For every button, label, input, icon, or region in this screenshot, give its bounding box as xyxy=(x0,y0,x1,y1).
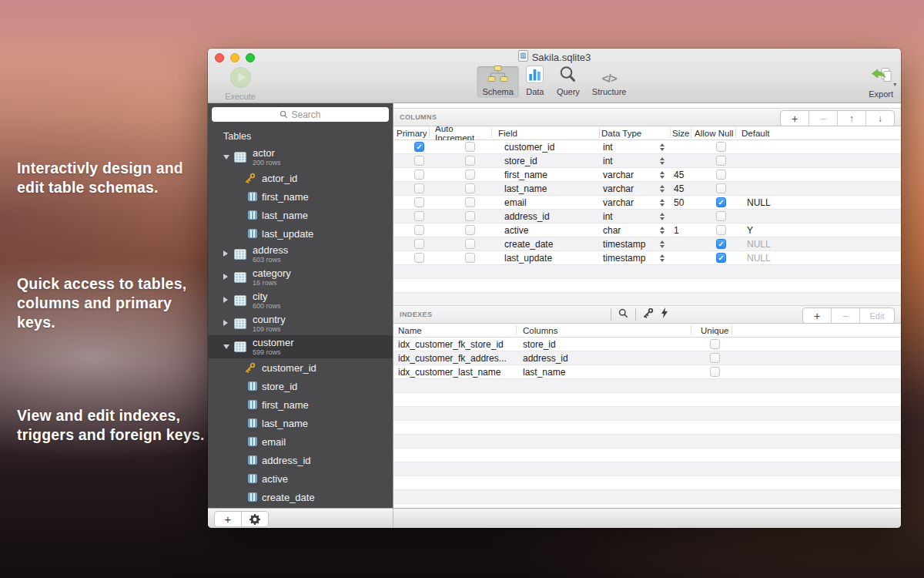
sidebar-table-customer[interactable]: customer599 rows xyxy=(208,335,393,358)
data-type-stepper[interactable] xyxy=(660,199,665,207)
column-row-last_update[interactable]: last_updatetimestamp✓NULL xyxy=(393,251,901,265)
add-table-button[interactable]: + xyxy=(215,512,241,526)
edit-index-button[interactable]: Edit xyxy=(859,308,894,323)
primary-checkbox[interactable] xyxy=(414,253,424,263)
data-type-stepper[interactable] xyxy=(660,227,665,234)
zoom-button[interactable] xyxy=(246,53,255,62)
data-type-stepper[interactable] xyxy=(660,171,665,179)
execute-button[interactable]: Execute xyxy=(217,66,263,101)
tab-schema[interactable]: Schema xyxy=(477,66,519,98)
data-type-stepper[interactable] xyxy=(660,143,665,151)
column-row-address_id[interactable]: address_idint xyxy=(393,210,901,223)
default-cell[interactable] xyxy=(736,140,901,153)
sidebar-table-category[interactable]: category16 rows xyxy=(208,266,393,289)
column-row-store_id[interactable]: store_idint xyxy=(393,154,901,168)
tab-data[interactable]: Data xyxy=(521,66,550,98)
allow-null-checkbox[interactable] xyxy=(716,156,726,166)
primary-checkbox[interactable] xyxy=(414,183,424,193)
default-cell[interactable]: Y xyxy=(736,223,901,237)
primary-checkbox[interactable] xyxy=(414,156,424,166)
unique-checkbox[interactable] xyxy=(710,339,720,349)
auto-increment-checkbox[interactable] xyxy=(465,253,475,263)
auto-increment-checkbox[interactable] xyxy=(465,170,475,180)
allow-null-checkbox[interactable]: ✓ xyxy=(716,197,726,207)
size-cell[interactable]: 45 xyxy=(671,182,691,195)
allow-null-checkbox[interactable] xyxy=(716,142,726,152)
data-type-stepper[interactable] xyxy=(660,254,665,262)
auto-increment-checkbox[interactable] xyxy=(465,142,475,152)
data-type-stepper[interactable] xyxy=(660,240,665,248)
data-type-stepper[interactable] xyxy=(660,157,665,165)
auto-increment-checkbox[interactable] xyxy=(465,156,475,166)
column-row-first_name[interactable]: first_namevarchar45 xyxy=(393,168,901,182)
size-cell[interactable] xyxy=(671,237,691,250)
size-cell[interactable]: 1 xyxy=(671,223,691,237)
auto-increment-checkbox[interactable] xyxy=(465,197,475,207)
allow-null-checkbox[interactable]: ✓ xyxy=(716,239,726,249)
auto-increment-checkbox[interactable] xyxy=(465,183,475,193)
sidebar-table-country[interactable]: country109 rows xyxy=(208,312,393,335)
data-type-cell[interactable]: int xyxy=(600,210,671,223)
default-cell[interactable] xyxy=(736,168,901,181)
index-row-3[interactable]: idx_customer_last_namelast_name xyxy=(393,365,901,379)
allow-null-checkbox[interactable] xyxy=(716,225,726,235)
data-type-cell[interactable]: int xyxy=(600,154,671,167)
indexes-search-icon[interactable] xyxy=(618,307,628,321)
data-type-cell[interactable]: varchar xyxy=(600,168,671,181)
move-column-down-button[interactable]: ↓ xyxy=(865,111,894,126)
search-input[interactable]: Search xyxy=(212,107,389,122)
auto-increment-checkbox[interactable] xyxy=(465,225,475,235)
unique-checkbox[interactable] xyxy=(710,353,720,363)
sidebar-column-last_name[interactable]: last_name xyxy=(208,206,393,224)
chevron-right-icon[interactable] xyxy=(223,320,228,326)
allow-null-checkbox[interactable] xyxy=(716,183,726,193)
sidebar-column-first_name[interactable]: first_name xyxy=(208,395,393,414)
primary-checkbox[interactable] xyxy=(414,170,424,180)
data-type-cell[interactable]: varchar xyxy=(600,182,671,195)
size-cell[interactable] xyxy=(671,251,691,264)
close-button[interactable] xyxy=(215,53,224,62)
allow-null-checkbox[interactable] xyxy=(716,211,726,221)
data-type-cell[interactable]: timestamp xyxy=(600,251,671,264)
default-cell[interactable]: NULL xyxy=(736,196,901,209)
auto-increment-checkbox[interactable] xyxy=(465,211,475,221)
move-column-up-button[interactable]: ↑ xyxy=(837,111,865,126)
primary-checkbox[interactable]: ✓ xyxy=(414,142,424,152)
chevron-down-icon[interactable] xyxy=(223,155,229,160)
sidebar-column-create_date[interactable]: create_date xyxy=(208,488,393,506)
size-cell[interactable] xyxy=(671,154,691,167)
gear-actions-button[interactable] xyxy=(241,512,268,526)
sidebar-column-store_id[interactable]: store_id xyxy=(208,377,393,395)
chevron-down-icon[interactable] xyxy=(223,344,229,349)
add-index-button[interactable]: + xyxy=(803,308,831,323)
tab-structure[interactable]: </> Structure xyxy=(587,66,632,98)
sidebar-column-active[interactable]: active xyxy=(208,469,393,488)
sidebar-column-last_update[interactable]: last_update xyxy=(208,224,393,243)
column-row-customer_id[interactable]: ✓customer_idint xyxy=(393,140,901,154)
default-cell[interactable]: NULL xyxy=(736,237,901,250)
size-cell[interactable] xyxy=(671,140,691,153)
minimize-button[interactable] xyxy=(230,53,239,62)
size-cell[interactable]: 45 xyxy=(671,168,691,181)
title-bar[interactable]: Sakila.sqlite3 xyxy=(208,49,901,66)
default-cell[interactable] xyxy=(736,154,901,167)
default-cell[interactable]: NULL xyxy=(736,251,901,264)
chevron-right-icon[interactable] xyxy=(223,297,228,303)
column-row-last_name[interactable]: last_namevarchar45 xyxy=(393,182,901,196)
column-row-active[interactable]: activechar1Y xyxy=(393,223,901,237)
data-type-cell[interactable]: timestamp xyxy=(600,237,671,250)
index-row-1[interactable]: idx_customer_fk_store_idstore_id xyxy=(393,338,901,351)
allow-null-checkbox[interactable]: ✓ xyxy=(716,253,726,263)
size-cell[interactable]: 50 xyxy=(671,196,691,209)
primary-checkbox[interactable] xyxy=(414,197,424,207)
sidebar-table-city[interactable]: city600 rows xyxy=(208,289,393,312)
auto-increment-checkbox[interactable] xyxy=(465,239,475,249)
data-type-cell[interactable]: int xyxy=(600,140,671,153)
primary-checkbox[interactable] xyxy=(414,225,424,235)
default-cell[interactable] xyxy=(736,210,901,223)
sidebar-table-address[interactable]: address603 rows xyxy=(208,243,393,266)
sidebar-column-customer_id[interactable]: customer_id xyxy=(208,358,393,377)
trigger-lightning-icon[interactable] xyxy=(661,307,668,321)
sidebar-column-address_id[interactable]: address_id xyxy=(208,451,393,469)
sidebar-column-last_name[interactable]: last_name xyxy=(208,414,393,432)
